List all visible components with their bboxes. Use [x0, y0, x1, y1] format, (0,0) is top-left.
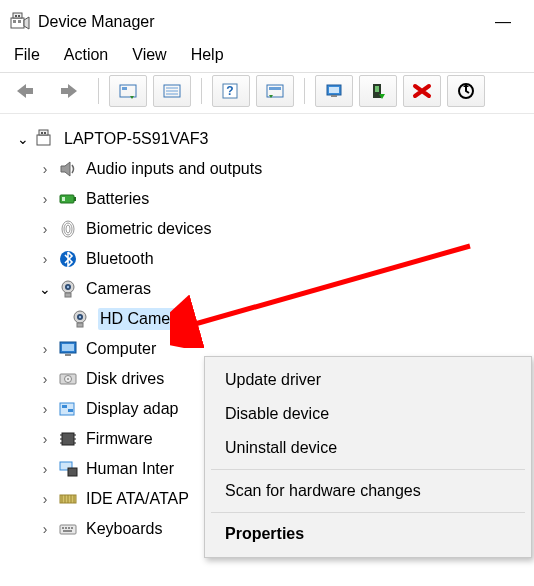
tree-item-label: HD Camera: [98, 308, 190, 330]
svg-rect-7: [61, 88, 69, 94]
cm-update-driver[interactable]: Update driver: [205, 363, 531, 397]
monitor-icon: [56, 338, 80, 360]
chevron-right-icon[interactable]: ›: [36, 371, 54, 388]
svg-rect-1: [13, 13, 22, 18]
svg-rect-29: [74, 197, 76, 201]
scan-hardware-button[interactable]: [447, 75, 485, 107]
chevron-right-icon[interactable]: ›: [36, 431, 54, 448]
cm-scan-hardware[interactable]: Scan for hardware changes: [205, 474, 531, 508]
svg-point-37: [67, 286, 69, 288]
svg-rect-30: [62, 197, 65, 201]
svg-rect-20: [331, 95, 337, 97]
battery-icon: [56, 188, 80, 210]
menu-view[interactable]: View: [132, 46, 166, 64]
chevron-right-icon[interactable]: ›: [36, 341, 54, 358]
chevron-right-icon[interactable]: ›: [36, 521, 54, 538]
tree-item-label: Firmware: [86, 429, 153, 448]
chevron-right-icon[interactable]: ›: [36, 491, 54, 508]
tree-item-audio[interactable]: › Audio inputs and outputs: [36, 154, 530, 184]
svg-rect-24: [37, 135, 50, 145]
svg-rect-70: [68, 527, 70, 529]
svg-rect-19: [329, 87, 339, 93]
cm-disable-device[interactable]: Disable device: [205, 397, 531, 431]
camera-icon: [56, 278, 80, 300]
svg-point-41: [79, 316, 81, 318]
uninstall-device-button[interactable]: [403, 75, 441, 107]
svg-rect-51: [68, 409, 73, 412]
cm-uninstall-device[interactable]: Uninstall device: [205, 431, 531, 465]
tree-item-label: Human Inter: [86, 459, 174, 478]
svg-rect-8: [120, 85, 136, 97]
svg-rect-0: [11, 18, 24, 28]
chevron-down-icon[interactable]: ⌄: [14, 131, 32, 148]
svg-rect-44: [62, 344, 74, 351]
disk-icon: [56, 368, 80, 390]
cm-separator: [211, 512, 525, 513]
svg-rect-69: [65, 527, 67, 529]
tree-item-label: Cameras: [86, 279, 151, 298]
camera-icon: [68, 308, 92, 330]
help-button[interactable]: ?: [212, 75, 250, 107]
ide-icon: [56, 488, 80, 510]
svg-rect-25: [39, 130, 48, 135]
action-button[interactable]: [256, 75, 294, 107]
svg-rect-68: [62, 527, 64, 529]
chevron-down-icon[interactable]: ⌄: [36, 281, 54, 298]
svg-rect-45: [65, 354, 71, 356]
menu-file[interactable]: File: [14, 46, 40, 64]
fingerprint-icon: [56, 218, 80, 240]
tree-item-hd-camera[interactable]: HD Camera: [66, 304, 530, 334]
tree-item-label: Batteries: [86, 189, 149, 208]
chevron-right-icon[interactable]: ›: [36, 221, 54, 238]
svg-rect-3: [18, 15, 20, 17]
toolbar-separator: [98, 78, 99, 104]
cm-properties[interactable]: Properties: [205, 517, 531, 551]
svg-rect-60: [68, 468, 77, 476]
chevron-right-icon[interactable]: ›: [36, 251, 54, 268]
title-bar: Device Manager —: [0, 0, 534, 40]
tree-item-label: Disk drives: [86, 369, 164, 388]
menu-bar: File Action View Help: [0, 40, 534, 72]
tree-item-label: Biometric devices: [86, 219, 211, 238]
tree-root[interactable]: ⌄ LAPTOP-5S91VAF3: [14, 124, 530, 154]
tree-item-label: Audio inputs and outputs: [86, 159, 262, 178]
svg-rect-26: [41, 132, 43, 134]
svg-rect-2: [15, 15, 17, 17]
chevron-right-icon[interactable]: ›: [36, 401, 54, 418]
tree-item-label: Display adap: [86, 399, 179, 418]
svg-rect-9: [122, 87, 127, 90]
tree-item-label: IDE ATA/ATAP: [86, 489, 189, 508]
svg-rect-72: [63, 530, 72, 532]
tree-item-biometric[interactable]: › Biometric devices: [36, 214, 530, 244]
enable-device-button[interactable]: [359, 75, 397, 107]
chevron-right-icon[interactable]: ›: [36, 191, 54, 208]
svg-point-33: [66, 225, 70, 233]
svg-rect-42: [77, 323, 83, 327]
cm-separator: [211, 469, 525, 470]
tree-item-cameras[interactable]: ⌄ Cameras: [36, 274, 530, 304]
show-hidden-button[interactable]: [109, 75, 147, 107]
menu-help[interactable]: Help: [191, 46, 224, 64]
tree-root-label: LAPTOP-5S91VAF3: [64, 129, 208, 148]
chevron-right-icon[interactable]: ›: [36, 161, 54, 178]
computer-icon: [34, 128, 58, 150]
update-driver-button[interactable]: [315, 75, 353, 107]
forward-button[interactable]: [50, 75, 88, 107]
menu-action[interactable]: Action: [64, 46, 108, 64]
minimize-button[interactable]: —: [480, 7, 526, 37]
chevron-right-icon[interactable]: ›: [36, 461, 54, 478]
svg-point-48: [67, 378, 69, 380]
details-button[interactable]: [153, 75, 191, 107]
display-adapter-icon: [56, 398, 80, 420]
svg-rect-50: [62, 405, 67, 408]
svg-rect-27: [44, 132, 46, 134]
speaker-icon: [56, 158, 80, 180]
tree-item-label: Computer: [86, 339, 156, 358]
tree-item-bluetooth[interactable]: › Bluetooth: [36, 244, 530, 274]
back-button[interactable]: [6, 75, 44, 107]
toolbar-separator: [201, 78, 202, 104]
svg-rect-22: [375, 86, 379, 92]
tree-item-batteries[interactable]: › Batteries: [36, 184, 530, 214]
context-menu: Update driver Disable device Uninstall d…: [204, 356, 532, 558]
app-icon: [10, 12, 30, 32]
